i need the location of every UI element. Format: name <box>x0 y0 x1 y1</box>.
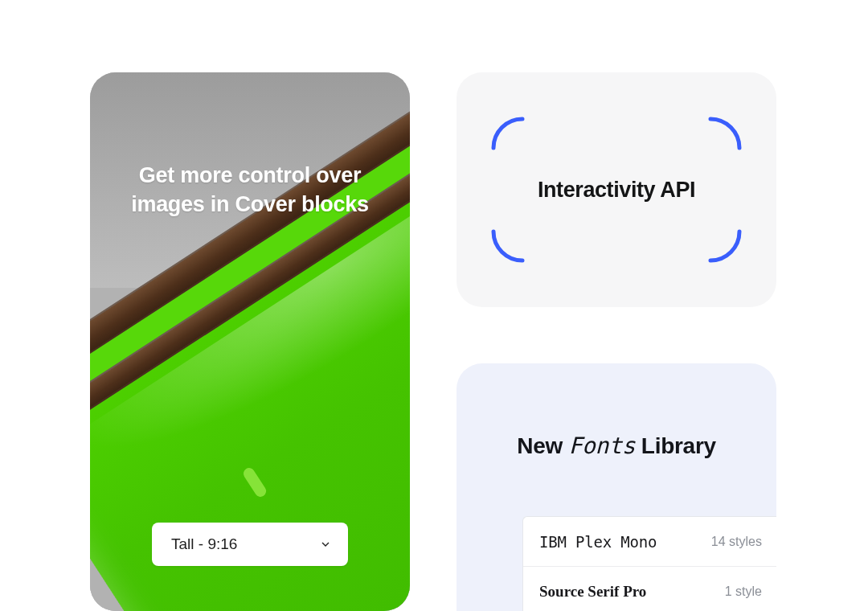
aspect-ratio-selected-label: Tall - 9:16 <box>171 535 237 553</box>
font-styles-count: 14 styles <box>711 535 762 549</box>
font-name: Source Serif Pro <box>539 583 646 601</box>
fonts-title-prefix: New <box>517 433 568 458</box>
cover-title: Get more control over images in Cover bl… <box>90 161 410 219</box>
aspect-ratio-select[interactable]: Tall - 9:16 <box>152 523 348 566</box>
fonts-title-suffix: Library <box>635 433 715 458</box>
interactivity-api-title: Interactivity API <box>538 178 695 203</box>
fonts-title-mono: Fonts <box>568 433 635 459</box>
fonts-library-title: New Fonts Library <box>457 433 776 459</box>
focus-corner-icon <box>490 116 526 151</box>
focus-corner-icon <box>490 228 526 264</box>
fonts-library-card: New Fonts Library IBM Plex Mono 14 style… <box>457 363 776 611</box>
chevron-down-icon <box>319 538 332 551</box>
fonts-list-panel: IBM Plex Mono 14 styles Source Serif Pro… <box>522 516 776 611</box>
font-styles-count: 1 style <box>725 584 762 599</box>
cover-block-card: Get more control over images in Cover bl… <box>90 72 410 611</box>
feature-cards-canvas: Get more control over images in Cover bl… <box>0 0 868 611</box>
interactivity-api-card: Interactivity API <box>457 72 776 307</box>
focus-corner-icon <box>707 116 743 151</box>
font-row[interactable]: IBM Plex Mono 14 styles <box>523 517 776 567</box>
focus-corner-icon <box>707 228 743 264</box>
font-name: IBM Plex Mono <box>539 533 657 551</box>
font-row[interactable]: Source Serif Pro 1 style <box>523 567 776 611</box>
